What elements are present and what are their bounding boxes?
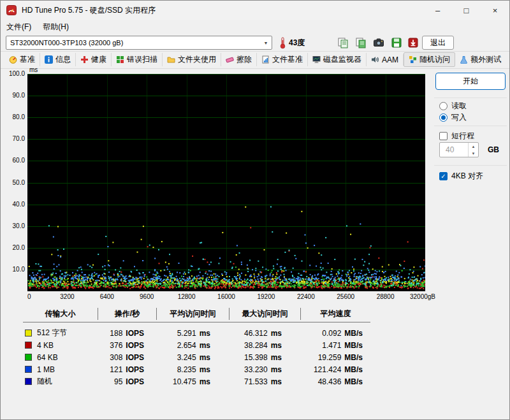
write-option[interactable]: 写入 — [439, 112, 467, 123]
y-axis-tick-label: 30.0 — [1, 222, 25, 229]
max-access-cell: 46.312ms — [229, 329, 301, 338]
column-header-iops: 操作/秒 — [98, 308, 157, 320]
table-row: 1 MB 121IOPS 8.235ms 33.230ms 121.424MB/… — [23, 363, 370, 375]
tab-erase[interactable]: 擦除 — [221, 53, 257, 66]
series-color-swatch — [25, 366, 32, 373]
temperature-indicator[interactable]: 43度 — [279, 36, 305, 50]
iops-cell: 188IOPS — [98, 329, 157, 338]
minimize-button[interactable]: – — [423, 1, 452, 20]
tab-label: 擦除 — [237, 54, 252, 65]
start-button[interactable]: 开始 — [435, 73, 506, 90]
x-axis-tick-label: 12800 — [178, 293, 196, 300]
tab-info[interactable]: 信息 — [40, 53, 76, 66]
avg-access-cell: 10.475ms — [157, 377, 229, 386]
tab-random-access[interactable]: 随机访问 — [404, 52, 455, 67]
tab-disk-monitor[interactable]: 磁盘监视器 — [308, 53, 367, 66]
update-check-button[interactable] — [405, 35, 421, 50]
avg-speed-cell: 19.259MB/s — [301, 353, 370, 362]
tab-file-benchmark[interactable]: 文件基准 — [257, 53, 308, 66]
short-stroke-label: 短行程 — [451, 131, 474, 141]
y-axis-tick-label: 50.0 — [1, 179, 25, 186]
toolbar: ST32000NT000-3TP103 (32000 gB) ▼ 43度 — [1, 34, 509, 52]
tab-extra-tests[interactable]: 额外测试 — [455, 53, 506, 66]
align-4kb-checkbox[interactable]: ✓ — [439, 172, 448, 180]
tab-label: 额外测试 — [470, 54, 501, 65]
tab-aam[interactable]: AAM — [367, 54, 404, 66]
y-axis-tick-label: 20.0 — [1, 244, 25, 251]
read-option[interactable]: 读取 — [439, 101, 467, 112]
short-stroke-checkbox[interactable] — [439, 132, 448, 140]
stepper-up-button[interactable]: ▲ — [469, 143, 478, 150]
avg-access-cell: 8.235ms — [157, 365, 229, 374]
column-header-transfer-size: 传输大小 — [23, 308, 98, 320]
temperature-value: 43度 — [289, 38, 305, 48]
capacity-stepper[interactable]: 40 ▲ ▼ — [439, 142, 479, 157]
y-axis-tick-label: 80.0 — [1, 113, 25, 120]
table-row: 随机 95IOPS 10.475ms 71.533ms 48.436MB/s — [23, 375, 370, 387]
eraser-icon — [226, 55, 234, 64]
app-icon — [6, 5, 17, 15]
close-button[interactable]: × — [481, 1, 509, 20]
column-header-max-access: 最大访问时间 — [229, 308, 301, 320]
tab-label: 健康 — [91, 54, 106, 65]
align-4kb-label: 4KB 对齐 — [451, 171, 483, 182]
thermometer-icon — [279, 36, 286, 49]
tab-label: 文件夹使用 — [178, 54, 216, 65]
stepper-buttons: ▲ ▼ — [468, 143, 478, 157]
tab-error-scan[interactable]: 错误扫描 — [112, 53, 163, 66]
avg-speed-cell: 1.471MB/s — [301, 341, 370, 350]
save-icon — [391, 37, 402, 48]
x-axis-tick-label: 19200 — [257, 293, 275, 300]
maximize-button[interactable]: □ — [452, 1, 481, 20]
iops-cell: 376IOPS — [98, 341, 157, 350]
write-radio[interactable] — [439, 113, 448, 122]
random-access-icon — [409, 55, 417, 64]
y-axis-tick-label: 90.0 — [1, 92, 25, 99]
screenshot-button[interactable] — [370, 35, 387, 50]
tab-folder-usage[interactable]: 文件夹使用 — [163, 53, 221, 66]
iops-cell: 95IOPS — [98, 377, 157, 386]
copy-icon — [337, 37, 349, 48]
folder-icon — [167, 55, 175, 64]
x-axis-tick-label: 22400 — [297, 293, 315, 300]
y-axis-tick-label: 60.0 — [1, 157, 25, 164]
menu-help[interactable]: 帮助(H) — [37, 20, 75, 34]
tab-benchmark[interactable]: 基准 — [4, 53, 40, 66]
title-bar[interactable]: HD Tune Pro 5.75 - 硬盘/SSD 实用程序 – □ × — [1, 1, 509, 20]
series-color-swatch — [25, 342, 32, 349]
monitor-icon — [312, 55, 321, 64]
exit-button[interactable]: 退出 — [422, 36, 454, 50]
y-axis-tick-label: 70.0 — [1, 135, 25, 142]
read-radio[interactable] — [439, 102, 448, 110]
short-stroke-option[interactable]: 短行程 — [439, 131, 474, 141]
copy-to-file-button[interactable] — [353, 35, 369, 50]
align-4kb-option[interactable]: ✓ 4KB 对齐 — [439, 171, 483, 182]
capacity-unit-label: GB — [488, 145, 499, 154]
panel-separator — [434, 98, 507, 98]
copy-to-clipboard-button[interactable] — [335, 35, 351, 50]
hd-tune-window: HD Tune Pro 5.75 - 硬盘/SSD 实用程序 – □ × 文件(… — [0, 0, 510, 420]
drive-selector[interactable]: ST32000NT000-3TP103 (32000 gB) ▼ — [6, 36, 272, 50]
menu-bar: 文件(F) 帮助(H) — [1, 20, 509, 34]
transfer-size-label: 4 KB — [37, 341, 54, 350]
avg-access-cell: 5.291ms — [157, 329, 229, 338]
avg-access-cell: 2.654ms — [157, 341, 229, 350]
tabbar-separator — [1, 68, 509, 69]
camera-icon — [373, 37, 384, 48]
iops-cell: 121IOPS — [98, 365, 157, 374]
stepper-down-button[interactable]: ▼ — [469, 150, 478, 157]
x-axis-tick-label: 6400 — [100, 293, 114, 300]
max-access-cell: 33.230ms — [229, 365, 301, 374]
tab-health[interactable]: 健康 — [76, 53, 112, 66]
download-icon — [407, 37, 419, 48]
speaker-icon — [371, 55, 379, 64]
tab-bar: 基准 信息 健康 错误扫描 文件夹使用 擦除 文件基准 磁盘监视器 — [4, 52, 509, 67]
chevron-down-icon: ▼ — [260, 41, 272, 45]
tab-label: 信息 — [55, 54, 71, 65]
tab-label: 随机访问 — [419, 54, 450, 65]
results-table: 传输大小 操作/秒 平均访问时间 最大访问时间 平均速度 512 字节 188I… — [23, 308, 370, 387]
capacity-value[interactable]: 40 — [440, 143, 468, 157]
column-header-avg-access: 平均访问时间 — [157, 308, 229, 320]
menu-file[interactable]: 文件(F) — [1, 20, 37, 34]
save-results-button[interactable] — [388, 35, 405, 50]
